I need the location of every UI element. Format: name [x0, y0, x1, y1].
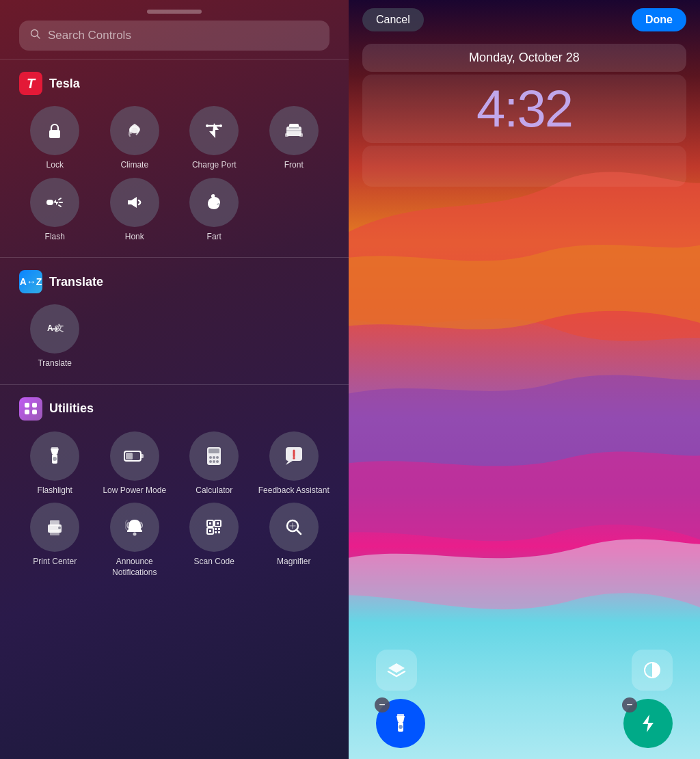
utilities-app-icon	[19, 397, 42, 421]
tesla-t-logo: T	[27, 76, 35, 92]
svg-rect-48	[215, 531, 217, 533]
svg-rect-22	[126, 453, 133, 460]
feedback-label: Feedback Assistant	[258, 485, 329, 496]
control-honk[interactable]: Honk	[99, 178, 171, 243]
svg-rect-8	[289, 124, 299, 129]
tesla-controls-row1: Lock Climate	[19, 106, 329, 171]
control-lock[interactable]: Lock	[19, 106, 91, 171]
svg-point-38	[58, 527, 61, 529]
translate-title: Translate	[49, 275, 103, 289]
control-magnifier[interactable]: Magnifier	[258, 503, 330, 578]
announce-notif-label: Announce Notifications	[99, 557, 171, 578]
svg-point-29	[209, 460, 212, 463]
utilities-row2: Print Center Announce Notifications	[19, 503, 329, 578]
bottom-widgets-row	[349, 650, 700, 691]
control-print-center[interactable]: Print Center	[19, 503, 91, 578]
front-label: Front	[284, 160, 304, 171]
svg-point-20	[53, 457, 57, 461]
widget-area	[362, 146, 686, 187]
low-power-circle	[110, 431, 159, 481]
flashlight-remove-badge[interactable]: −	[375, 697, 390, 713]
control-fart[interactable]: Fart	[178, 178, 250, 243]
control-calculator[interactable]: Calculator	[178, 431, 250, 496]
fart-label: Fart	[207, 232, 221, 243]
magnifier-circle	[269, 503, 319, 552]
control-low-power[interactable]: Low Power Mode	[99, 431, 171, 496]
svg-line-13	[59, 198, 61, 200]
scan-code-label: Scan Code	[194, 557, 234, 568]
charge-port-circle	[189, 106, 239, 155]
print-center-label: Print Center	[33, 557, 77, 568]
control-climate[interactable]: Climate	[99, 106, 171, 171]
svg-rect-45	[209, 530, 211, 532]
lower-divider	[0, 384, 349, 385]
tesla-title: Tesla	[49, 77, 80, 91]
translate-az-label: A↔Z	[20, 276, 42, 287]
utilities-row1: Flashlight Low Power Mode	[19, 431, 329, 496]
done-button[interactable]: Done	[632, 8, 686, 31]
translate-controls: A 文 Translate	[19, 304, 329, 369]
control-translate[interactable]: A 文 Translate	[19, 304, 91, 369]
svg-rect-23	[141, 454, 144, 458]
scan-code-circle	[189, 503, 239, 552]
four-dots-icon	[25, 403, 37, 415]
svg-point-34	[293, 457, 295, 460]
svg-point-26	[209, 456, 212, 459]
svg-line-51	[297, 530, 301, 534]
search-bar[interactable]: Search Controls	[19, 21, 329, 51]
svg-rect-58	[397, 714, 404, 717]
tesla-app-icon: T	[19, 72, 42, 95]
charge-control-btn[interactable]: −	[623, 699, 673, 748]
date-text: Monday, October 28	[469, 51, 580, 64]
svg-rect-36	[50, 520, 59, 526]
control-flashlight[interactable]: Flashlight	[19, 431, 91, 496]
svg-rect-41	[209, 522, 211, 524]
control-front[interactable]: Front	[258, 106, 330, 171]
calculator-circle	[189, 431, 239, 481]
svg-point-31	[216, 460, 219, 463]
flash-circle	[30, 178, 79, 227]
bottom-controls-row: − −	[349, 699, 700, 748]
top-bar: Cancel Done	[349, 0, 700, 40]
fart-circle	[189, 178, 239, 227]
cancel-button[interactable]: Cancel	[362, 8, 424, 31]
layers-widget[interactable]	[376, 650, 417, 691]
svg-marker-57	[396, 716, 405, 722]
low-power-label: Low Power Mode	[103, 485, 166, 496]
svg-rect-37	[50, 530, 59, 535]
svg-rect-47	[218, 528, 220, 530]
utilities-title: Utilities	[49, 401, 94, 416]
honk-label: Honk	[125, 232, 144, 243]
control-charge-port[interactable]: Charge Port	[178, 106, 250, 171]
control-scan-code[interactable]: Scan Code	[178, 503, 250, 578]
svg-rect-46	[215, 528, 217, 530]
svg-rect-19	[51, 447, 58, 449]
mid-divider	[0, 257, 349, 258]
svg-rect-10	[299, 133, 303, 137]
svg-marker-33	[286, 461, 293, 465]
svg-rect-11	[46, 200, 53, 205]
contrast-widget[interactable]	[632, 650, 673, 691]
charge-port-label: Charge Port	[192, 160, 237, 171]
climate-circle	[110, 106, 159, 155]
time-container: 4:32	[362, 75, 686, 143]
phone-notch	[147, 10, 202, 14]
charge-remove-badge[interactable]: −	[622, 697, 637, 713]
announce-notif-circle	[110, 503, 159, 552]
translate-label: Translate	[38, 358, 72, 369]
svg-rect-2	[49, 130, 60, 138]
flashlight-label: Flashlight	[38, 485, 72, 496]
svg-point-6	[219, 124, 222, 127]
utilities-section: Utilities Flashlight	[0, 388, 349, 591]
lock-label: Lock	[46, 160, 64, 171]
translate-app-icon: A↔Z	[19, 270, 42, 293]
control-announce-notif[interactable]: Announce Notifications	[99, 503, 171, 578]
honk-circle	[110, 178, 159, 227]
svg-rect-43	[217, 522, 219, 524]
svg-point-39	[133, 533, 136, 536]
control-flash[interactable]: Flash	[19, 178, 91, 243]
tesla-header: T Tesla	[19, 72, 329, 95]
flashlight-control-btn[interactable]: −	[376, 699, 425, 748]
control-feedback[interactable]: Feedback Assistant	[258, 431, 330, 496]
feedback-circle	[269, 431, 319, 481]
